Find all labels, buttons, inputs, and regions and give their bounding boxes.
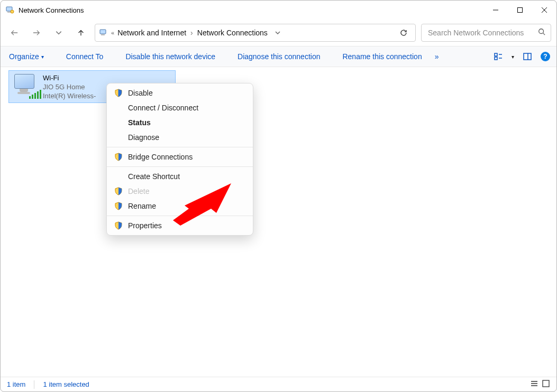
ctx-label: Disable [128,89,153,97]
svg-rect-8 [495,57,497,60]
close-button[interactable] [532,1,556,20]
ctx-item-bridge[interactable]: Bridge Connections [107,150,253,164]
command-bar: Organize ▾ Connect To Disable this netwo… [1,46,556,67]
svg-rect-5 [101,34,105,35]
forward-button[interactable] [28,24,45,41]
search-box[interactable] [421,24,551,42]
network-adapter-icon [13,74,38,98]
title-bar: Network Connections [1,1,556,20]
help-button[interactable]: ? [541,52,550,61]
svg-point-2 [11,10,14,13]
svg-rect-7 [495,53,497,56]
search-input[interactable] [427,28,534,38]
disable-device-button[interactable]: Disable this network device [123,52,217,61]
up-button[interactable] [72,24,89,41]
diagnose-button[interactable]: Diagnose this connection [235,52,322,61]
svg-rect-3 [518,8,523,13]
status-selected-count: 1 item selected [43,380,89,388]
ctx-label: Bridge Connections [128,153,193,161]
status-item-count: 1 item [7,380,25,388]
recent-dropdown[interactable] [50,24,67,41]
rename-connection-button[interactable]: Rename this connection [340,52,424,61]
adapter-network: JIO 5G Home [43,83,96,91]
refresh-button[interactable] [395,24,412,41]
address-overflow-icon[interactable]: « [111,30,114,36]
ctx-item-delete: Delete [107,184,253,199]
back-button[interactable] [6,24,23,41]
separator [107,147,253,147]
ctx-item-rename[interactable]: Rename [107,199,253,213]
adapter-device: Intel(R) Wireless- [43,92,96,100]
maximize-button[interactable] [508,1,532,20]
ctx-item-properties[interactable]: Properties [107,218,253,233]
ctx-item-shortcut[interactable]: Create Shortcut [107,169,253,184]
ctx-item-diagnose[interactable]: Diagnose [107,130,253,145]
shield-icon [114,153,123,161]
svg-point-6 [539,29,544,34]
connect-to-button[interactable]: Connect To [64,52,106,61]
toolbar-overflow-button[interactable]: » [435,52,439,61]
svg-rect-9 [524,53,531,60]
ctx-item-disable[interactable]: Disable [107,86,253,100]
separator [34,380,34,389]
ctx-item-connect[interactable]: Connect / Disconnect [107,100,253,115]
address-bar[interactable]: « Network and Internet › Network Connect… [95,24,416,42]
ctx-label: Create Shortcut [128,172,180,181]
breadcrumb-sep-icon[interactable]: › [189,29,194,37]
context-menu: Disable Connect / Disconnect Status Diag… [106,83,253,236]
svg-rect-11 [543,380,549,387]
address-history-dropdown[interactable] [271,30,285,36]
ctx-label: Connect / Disconnect [128,104,198,112]
separator [107,216,253,216]
view-options-button[interactable] [494,52,503,61]
breadcrumb-seg-2[interactable]: Network Connections [197,29,268,37]
shield-icon [114,187,123,195]
ctx-label: Status [128,118,151,127]
shield-icon [114,221,123,230]
preview-pane-button[interactable] [523,52,532,61]
content-area: Wi-Fi JIO 5G Home Intel(R) Wireless- Dis… [1,67,556,377]
separator [107,166,253,167]
breadcrumb-seg-1[interactable]: Network and Internet [117,29,186,37]
nav-row: « Network and Internet › Network Connect… [1,20,556,46]
chevron-down-icon: ▾ [41,54,44,60]
search-icon[interactable] [538,28,545,38]
status-bar: 1 item 1 item selected [1,377,556,391]
thumbnails-view-button[interactable] [542,379,550,389]
organize-menu[interactable]: Organize ▾ [7,52,46,61]
ctx-item-status[interactable]: Status [107,115,253,130]
chevron-down-icon[interactable]: ▾ [512,54,514,60]
shield-icon [114,202,123,210]
svg-rect-4 [100,30,106,34]
ctx-label: Properties [128,221,162,230]
ctx-label: Diagnose [128,133,159,142]
shield-icon [114,89,123,97]
minimize-button[interactable] [483,1,508,20]
organize-label: Organize [9,52,39,61]
ctx-label: Rename [128,202,156,210]
address-icon [99,29,108,37]
window-title: Network Connections [19,6,84,14]
adapter-name: Wi-Fi [43,74,96,82]
window-frame: Network Connections « Network and Intern… [0,0,557,392]
ctx-label: Delete [128,187,149,195]
app-icon [6,6,14,14]
details-view-button[interactable] [530,379,538,389]
